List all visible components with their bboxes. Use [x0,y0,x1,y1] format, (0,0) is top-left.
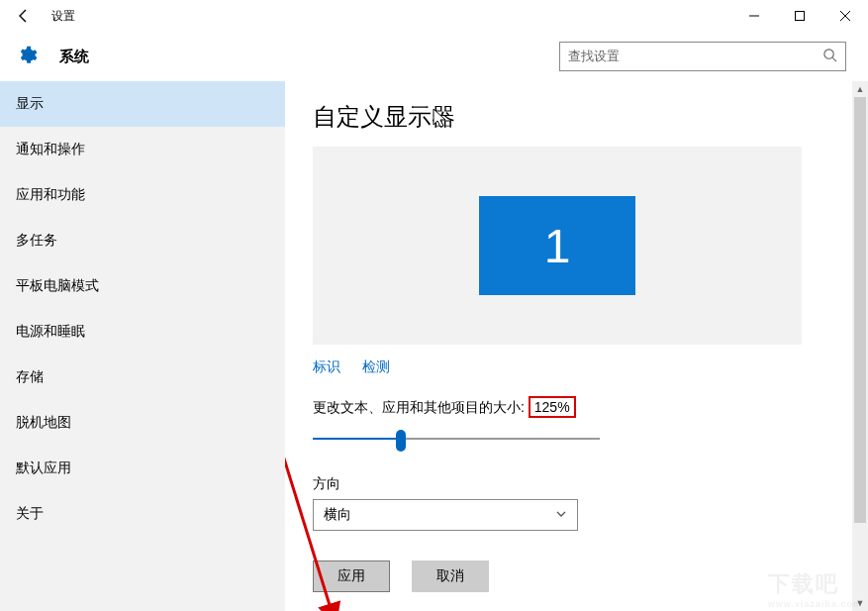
sidebar-item-notifications[interactable]: 通知和操作 [0,127,285,172]
gear-icon [16,45,38,69]
cancel-button[interactable]: 取消 [412,560,489,592]
sidebar-item-storage[interactable]: 存储 [0,355,285,400]
scroll-down-icon[interactable]: ▼ [852,595,868,611]
scale-slider[interactable] [313,426,600,454]
sidebar-item-tablet[interactable]: 平板电脑模式 [0,263,285,309]
maximize-button[interactable] [777,0,822,32]
close-button[interactable] [822,0,868,32]
main-panel: 自定义显示器 1 标识 检测 更改文本、应用和其他项目的大小: 125% 方向 … [285,81,868,611]
slider-thumb[interactable] [396,430,406,452]
minimize-button[interactable] [731,0,777,32]
search-input[interactable]: 查找设置 [559,42,846,71]
scrollbar-thumb[interactable] [854,97,866,523]
button-row: 应用 取消 [313,560,840,592]
svg-point-2 [824,50,833,58]
back-button[interactable] [4,0,44,32]
search-icon [822,48,837,65]
content: 显示 通知和操作 应用和功能 多任务 平板电脑模式 电源和睡眠 存储 脱机地图 … [0,81,868,611]
search-placeholder: 查找设置 [568,48,822,65]
page-title: 自定义显示器 [313,101,840,133]
sidebar-item-offlinemaps[interactable]: 脱机地图 [0,400,285,446]
scrollbar[interactable]: ▲ ▼ [852,81,868,611]
chevron-down-icon [555,507,567,523]
scale-label-row: 更改文本、应用和其他项目的大小: 125% [313,396,840,418]
sidebar: 显示 通知和操作 应用和功能 多任务 平板电脑模式 电源和睡眠 存储 脱机地图 … [0,81,285,611]
display-preview[interactable]: 1 [313,147,802,345]
orientation-value: 横向 [324,506,555,524]
orientation-dropdown[interactable]: 横向 [313,499,578,531]
display-links: 标识 检测 [313,358,840,376]
scale-label: 更改文本、应用和其他项目的大小: [313,399,529,415]
section-title: 系统 [59,48,89,66]
orientation-label: 方向 [313,475,840,493]
svg-line-3 [832,57,836,61]
window-controls [731,0,868,32]
monitor-1[interactable]: 1 [479,196,635,295]
sidebar-item-defaultapps[interactable]: 默认应用 [0,446,285,491]
header: 系统 查找设置 [0,32,868,81]
apply-button[interactable]: 应用 [313,560,390,592]
sidebar-item-display[interactable]: 显示 [0,81,285,127]
sidebar-item-multitask[interactable]: 多任务 [0,218,285,263]
svg-rect-1 [796,12,805,21]
detect-link[interactable]: 检测 [362,358,390,374]
scroll-up-icon[interactable]: ▲ [852,81,868,97]
scale-value: 125% [529,396,576,418]
sidebar-item-apps[interactable]: 应用和功能 [0,172,285,218]
sidebar-item-power[interactable]: 电源和睡眠 [0,309,285,355]
identify-link[interactable]: 标识 [313,358,340,374]
slider-fill [313,438,402,440]
window-title: 设置 [51,8,75,25]
titlebar: 设置 [0,0,868,32]
sidebar-item-about[interactable]: 关于 [0,491,285,537]
